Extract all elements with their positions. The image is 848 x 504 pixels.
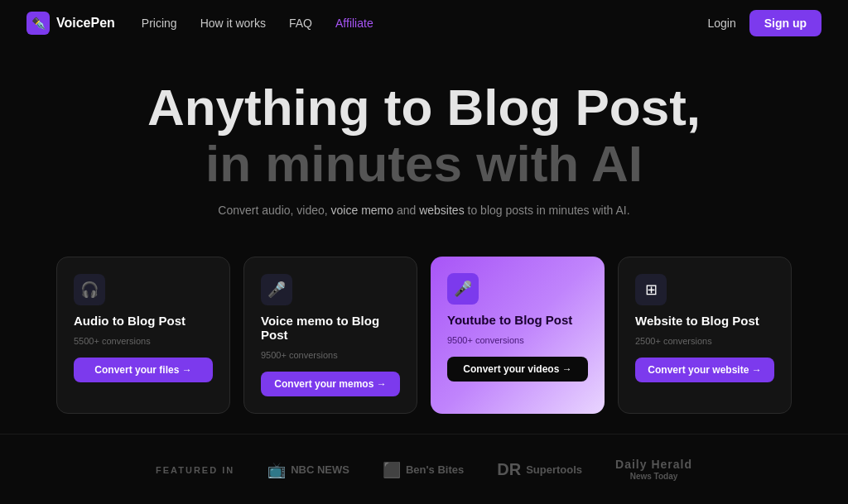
bens-text: Ben's Bites — [406, 463, 464, 476]
youtube-title: Youtube to Blog Post — [447, 313, 588, 327]
nav-link-pricing: Pricing — [142, 17, 177, 30]
nav-right: Login Sign up — [707, 10, 822, 36]
supertools-text: Supertools — [526, 463, 582, 476]
footer-logos: FEATURED IN 📺 NBC NEWS ⬛ Ben's Bites DR … — [0, 434, 848, 504]
nav-item-affiliate[interactable]: Affiliate — [335, 16, 373, 31]
card-website: ⊞ Website to Blog Post 2500+ conversions… — [618, 257, 792, 414]
nav-link-how: How it works — [200, 17, 266, 30]
nbc-icon: 📺 — [267, 461, 286, 479]
audio-conversions: 5500+ conversions — [74, 336, 213, 346]
cards-section: 🎧 Audio to Blog Post 5500+ conversions C… — [0, 237, 848, 434]
nav-item-how[interactable]: How it works — [200, 16, 266, 31]
bens-icon: ⬛ — [383, 461, 401, 479]
website-convert-button[interactable]: Convert your website → — [635, 358, 774, 382]
audio-title: Audio to Blog Post — [74, 314, 213, 328]
voice-convert-button[interactable]: Convert your memos → — [261, 372, 400, 396]
voice-icon: 🎤 — [261, 274, 292, 305]
audio-icon: 🎧 — [74, 274, 105, 305]
voice-title: Voice memo to Blog Post — [261, 314, 400, 342]
nbc-text: NBC NEWS — [291, 463, 349, 476]
supertools-logo: DR Supertools — [497, 460, 582, 479]
nav-left: ✒️ VoicePen Pricing How it works FAQ Aff… — [26, 12, 373, 35]
audio-convert-button[interactable]: Convert your files → — [74, 358, 213, 382]
hero-line1: Anything to Blog Post, — [147, 79, 701, 136]
logo-icon: ✒️ — [26, 12, 50, 35]
hero-line2: in minutes with AI — [205, 135, 643, 192]
daily-herald-top: Daily Herald — [615, 458, 692, 472]
hero-section: Anything to Blog Post, in minutes with A… — [0, 46, 848, 237]
bens-bites-logo: ⬛ Ben's Bites — [383, 461, 464, 479]
card-youtube: 🎤 Youtube to Blog Post 9500+ conversions… — [431, 257, 605, 414]
nav-links: Pricing How it works FAQ Affiliate — [142, 16, 373, 31]
card-audio: 🎧 Audio to Blog Post 5500+ conversions C… — [56, 257, 230, 414]
nbc-logo: 📺 NBC NEWS — [267, 461, 349, 479]
supertools-icon: DR — [497, 460, 521, 479]
nav-item-faq[interactable]: FAQ — [289, 16, 312, 31]
nav-link-faq: FAQ — [289, 17, 312, 30]
login-button[interactable]: Login — [707, 17, 735, 30]
hero-headline: Anything to Blog Post, in minutes with A… — [26, 79, 822, 192]
daily-herald-bottom: News Today — [615, 472, 692, 482]
youtube-icon: 🎤 — [447, 273, 479, 305]
website-title: Website to Blog Post — [635, 314, 774, 328]
website-icon: ⊞ — [635, 274, 667, 305]
nav-item-pricing[interactable]: Pricing — [142, 16, 177, 31]
card-voice: 🎤 Voice memo to Blog Post 9500+ conversi… — [243, 257, 417, 414]
signup-button[interactable]: Sign up — [749, 10, 822, 36]
hero-subtitle: Convert audio, video, voice memo and web… — [26, 204, 822, 217]
youtube-conversions: 9500+ conversions — [447, 335, 588, 345]
website-conversions: 2500+ conversions — [635, 336, 774, 346]
youtube-convert-button[interactable]: Convert your videos → — [447, 357, 588, 382]
navbar: ✒️ VoicePen Pricing How it works FAQ Aff… — [0, 0, 848, 46]
featured-in-label: FEATURED IN — [156, 465, 234, 475]
logo-text: VoicePen — [56, 16, 115, 31]
logo[interactable]: ✒️ VoicePen — [26, 12, 115, 35]
voice-conversions: 9500+ conversions — [261, 350, 400, 360]
nav-link-affiliate: Affiliate — [335, 17, 373, 30]
daily-herald-logo: Daily Herald News Today — [615, 458, 692, 482]
